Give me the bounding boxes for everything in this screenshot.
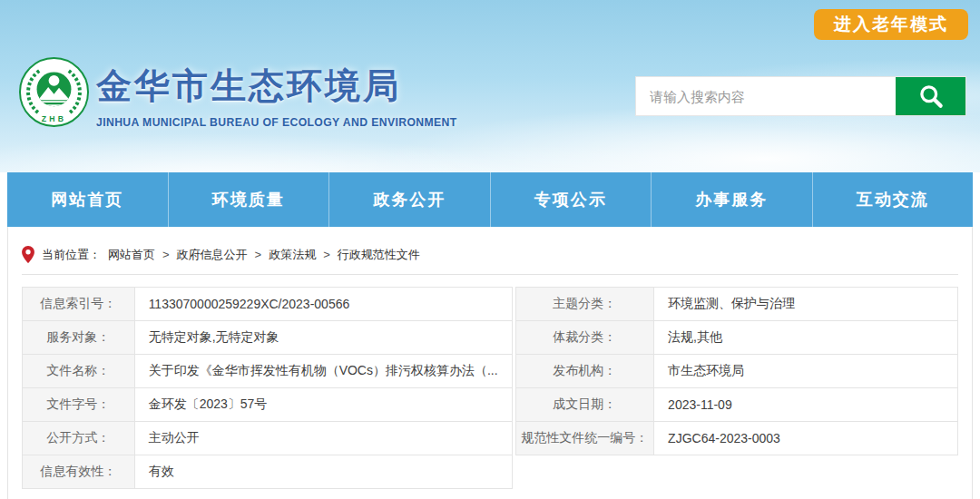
site-subtitle: JINHUA MUNICIPAL BUREAU OF ECOLOGY AND E…	[96, 116, 457, 129]
table-row: 成文日期： 2023-11-09	[515, 388, 957, 422]
main-nav: 网站首页 环境质量 政务公开 专项公示 办事服务 互动交流	[7, 172, 973, 227]
table-row: 信息有效性： 有效	[23, 455, 513, 489]
info-label: 规范性文件统一编号：	[515, 422, 653, 455]
table-row: 规范性文件统一编号： ZJGC64-2023-0003	[515, 422, 957, 455]
svg-text:ZHB: ZHB	[42, 114, 66, 123]
breadcrumb-prefix: 当前位置：	[42, 247, 101, 263]
info-label: 主题分类：	[515, 288, 653, 321]
site-title: 金华市生态环境局	[96, 62, 457, 111]
nav-item-gov-info[interactable]: 政务公开	[328, 172, 490, 227]
site-header: 进入老年模式 ZHB 金华市生态环境局 JINHUA MUNICIPAL BUR…	[0, 0, 980, 172]
info-label: 公开方式：	[23, 422, 135, 455]
page: 进入老年模式 ZHB 金华市生态环境局 JINHUA MUNICIPAL BUR…	[0, 0, 980, 499]
bureau-logo[interactable]: ZHB	[18, 56, 90, 128]
info-value: 1133070000259229XC/2023-00566	[134, 288, 512, 321]
breadcrumb-link-policy[interactable]: 政策法规	[269, 247, 316, 263]
breadcrumb-divider	[22, 274, 958, 275]
info-value: 无特定对象,无特定对象	[134, 321, 512, 355]
info-label: 体裁分类：	[515, 321, 653, 355]
info-label: 文件名称：	[23, 355, 135, 388]
breadcrumb-link-gov-info[interactable]: 政府信息公开	[177, 247, 248, 263]
table-row: 发布机构： 市生态环境局	[515, 355, 957, 388]
location-pin-icon	[22, 246, 34, 263]
document-info-tables: 信息索引号： 1133070000259229XC/2023-00566 服务对…	[22, 287, 958, 489]
breadcrumb-separator: >	[162, 248, 170, 261]
info-value: 主动公开	[134, 422, 512, 455]
info-label: 文件字号：	[23, 388, 135, 422]
info-value: 金环发〔2023〕57号	[134, 388, 512, 422]
breadcrumb-separator: >	[255, 248, 262, 261]
info-value: 环境监测、保护与治理	[654, 288, 958, 321]
breadcrumb-link-home[interactable]: 网站首页	[108, 247, 155, 263]
table-row: 服务对象： 无特定对象,无特定对象	[23, 321, 513, 355]
info-value: 有效	[134, 455, 512, 489]
info-table-right: 主题分类： 环境监测、保护与治理 体裁分类： 法规,其他 发布机构： 市生态环境…	[515, 287, 958, 455]
table-row: 公开方式： 主动公开	[23, 422, 513, 455]
site-title-block: 金华市生态环境局 JINHUA MUNICIPAL BUREAU OF ECOL…	[96, 62, 457, 129]
info-value: 市生态环境局	[654, 355, 958, 388]
info-label: 服务对象：	[23, 321, 135, 355]
bureau-emblem-icon: ZHB	[18, 56, 90, 128]
search-input[interactable]	[636, 77, 896, 115]
table-row: 文件字号： 金环发〔2023〕57号	[23, 388, 513, 422]
breadcrumb: 当前位置： 网站首页 > 政府信息公开 > 政策法规 > 行政规范性文件	[22, 227, 958, 263]
info-value: 法规,其他	[654, 321, 958, 355]
nav-item-interaction[interactable]: 互动交流	[812, 172, 974, 227]
info-value: ZJGC64-2023-0003	[654, 422, 958, 455]
info-value: 关于印发《金华市挥发性有机物（VOCs）排污权核算办法（...	[134, 355, 512, 388]
search-button[interactable]	[896, 77, 965, 115]
table-row: 主题分类： 环境监测、保护与治理	[515, 288, 957, 321]
nav-item-services[interactable]: 办事服务	[651, 172, 812, 227]
breadcrumb-link-normative-docs[interactable]: 行政规范性文件	[338, 247, 420, 263]
info-table-left: 信息索引号： 1133070000259229XC/2023-00566 服务对…	[22, 287, 513, 489]
info-label: 信息索引号：	[23, 288, 135, 321]
nav-item-special[interactable]: 专项公示	[490, 172, 652, 227]
info-label: 成文日期：	[515, 388, 653, 422]
info-label: 发布机构：	[515, 355, 653, 388]
search-bar	[635, 76, 966, 116]
nav-item-env-quality[interactable]: 环境质量	[168, 172, 329, 227]
info-value: 2023-11-09	[654, 388, 958, 422]
nav-item-home[interactable]: 网站首页	[7, 172, 168, 227]
main-content: 当前位置： 网站首页 > 政府信息公开 > 政策法规 > 行政规范性文件 信息索…	[7, 227, 973, 499]
breadcrumb-separator: >	[323, 248, 330, 261]
table-row: 体裁分类： 法规,其他	[515, 321, 957, 355]
elder-mode-button[interactable]: 进入老年模式	[814, 9, 968, 40]
table-row: 文件名称： 关于印发《金华市挥发性有机物（VOCs）排污权核算办法（...	[23, 355, 513, 388]
table-row: 信息索引号： 1133070000259229XC/2023-00566	[23, 288, 513, 321]
search-icon	[917, 83, 945, 110]
info-label: 信息有效性：	[23, 455, 135, 489]
